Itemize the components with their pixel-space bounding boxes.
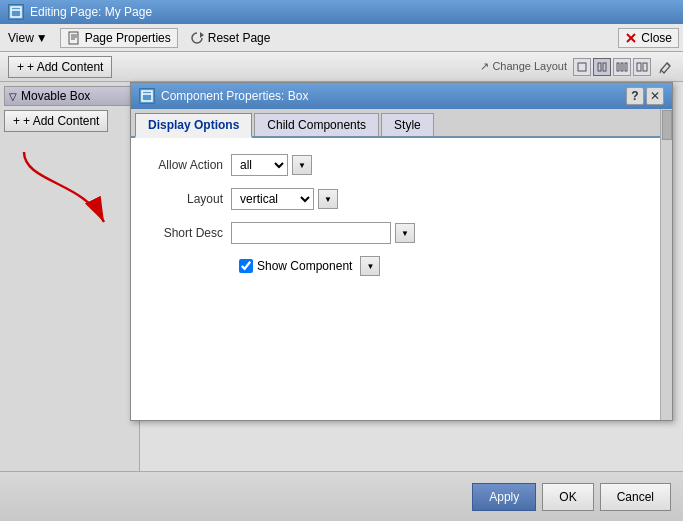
apply-button[interactable]: Apply: [472, 483, 536, 511]
main-area: + + Add Content ↗ Change Layout ▽ Movabl…: [0, 52, 683, 521]
tab-display-options[interactable]: Display Options: [135, 113, 252, 138]
svg-rect-14: [625, 63, 627, 71]
left-panel: ▽ Movable Box + + Add Content: [0, 82, 140, 471]
layout-row: Layout vertical horizontal ▼: [151, 188, 652, 210]
svg-line-17: [667, 63, 670, 66]
close-icon: [625, 32, 637, 44]
movable-box-label: Movable Box: [21, 89, 90, 103]
window-icon: [8, 4, 24, 20]
help-button[interactable]: ?: [626, 87, 644, 105]
layout-2col-icon[interactable]: [593, 58, 611, 76]
close-button[interactable]: Close: [618, 28, 679, 48]
svg-rect-9: [578, 63, 586, 71]
svg-rect-12: [617, 63, 619, 71]
short-desc-input[interactable]: [231, 222, 391, 244]
svg-rect-0: [11, 7, 21, 17]
layout-icons: [573, 58, 651, 76]
title-text: Editing Page: My Page: [30, 5, 152, 19]
view-menu[interactable]: View ▼: [4, 29, 52, 47]
short-desc-dropdown[interactable]: ▼: [395, 223, 415, 243]
dialog-tabs: Display Options Child Components Style: [131, 109, 672, 138]
allow-action-row: Allow Action all none read write ▼: [151, 154, 652, 176]
movable-box-header[interactable]: ▽ Movable Box: [4, 86, 135, 106]
add-content-top-button[interactable]: + + Add Content: [8, 56, 112, 78]
cancel-button[interactable]: Cancel: [600, 483, 671, 511]
bottom-bar: Apply OK Cancel: [0, 471, 683, 521]
close-label: Close: [641, 31, 672, 45]
show-component-dropdown[interactable]: ▼: [360, 256, 380, 276]
layout-1col-icon[interactable]: [573, 58, 591, 76]
dialog-content: Allow Action all none read write ▼ Layou…: [131, 138, 672, 420]
allow-action-select[interactable]: all none read write: [231, 154, 288, 176]
collapse-icon: ▽: [9, 91, 17, 102]
page-props-icon: [67, 31, 81, 45]
edit-pencil-icon[interactable]: [657, 58, 675, 76]
allow-action-extra-dropdown[interactable]: ▼: [292, 155, 312, 175]
menu-bar: View ▼ Page Properties Reset Page Close: [0, 24, 683, 52]
allow-action-label: Allow Action: [151, 158, 231, 172]
reset-page-button[interactable]: Reset Page: [186, 29, 275, 47]
change-layout-button[interactable]: ↗ Change Layout: [480, 60, 567, 73]
svg-rect-2: [69, 32, 78, 44]
page-properties-label: Page Properties: [85, 31, 171, 45]
svg-marker-6: [200, 32, 204, 38]
svg-rect-16: [643, 63, 647, 71]
show-component-checkbox[interactable]: [239, 259, 253, 273]
reset-page-label: Reset Page: [208, 31, 271, 45]
reset-icon: [190, 31, 204, 45]
svg-rect-13: [621, 63, 623, 71]
add-icon-left: +: [13, 114, 20, 128]
content-area: ▽ Movable Box + + Add Content: [0, 82, 683, 471]
scrollbar-thumb[interactable]: [662, 110, 672, 140]
dialog-title-bar: Component Properties: Box ? ✕: [131, 83, 672, 109]
top-toolbar: + + Add Content ↗ Change Layout: [0, 52, 683, 82]
component-properties-dialog: Component Properties: Box ? ✕ Display Op…: [130, 82, 673, 421]
svg-rect-10: [598, 63, 601, 71]
dialog-icon: [139, 88, 155, 104]
show-component-label: Show Component: [257, 259, 352, 273]
svg-line-18: [660, 70, 661, 73]
tab-child-components[interactable]: Child Components: [254, 113, 379, 136]
svg-rect-20: [142, 91, 152, 101]
dialog-title-text: Component Properties: Box: [161, 89, 308, 103]
short-desc-label: Short Desc: [151, 226, 231, 240]
dialog-scrollbar[interactable]: [660, 109, 672, 420]
add-content-top-label: + Add Content: [27, 60, 103, 74]
red-arrow: [4, 142, 124, 242]
short-desc-row: Short Desc ▼: [151, 222, 652, 244]
page-properties-button[interactable]: Page Properties: [60, 28, 178, 48]
dialog-close-button[interactable]: ✕: [646, 87, 664, 105]
add-content-left-label: + Add Content: [23, 114, 99, 128]
layout-3col-icon[interactable]: [613, 58, 631, 76]
layout-extra-dropdown[interactable]: ▼: [318, 189, 338, 209]
title-bar: Editing Page: My Page: [0, 0, 683, 24]
add-icon: +: [17, 60, 24, 74]
tab-style[interactable]: Style: [381, 113, 434, 136]
layout-label: Layout: [151, 192, 231, 206]
ok-button[interactable]: OK: [542, 483, 593, 511]
add-content-left-button[interactable]: + + Add Content: [4, 110, 108, 132]
view-dropdown-icon: ▼: [36, 31, 48, 45]
show-component-row: Show Component ▼: [239, 256, 652, 276]
svg-rect-11: [603, 63, 606, 71]
layout-custom-icon[interactable]: [633, 58, 651, 76]
layout-select[interactable]: vertical horizontal: [231, 188, 314, 210]
svg-rect-15: [637, 63, 641, 71]
